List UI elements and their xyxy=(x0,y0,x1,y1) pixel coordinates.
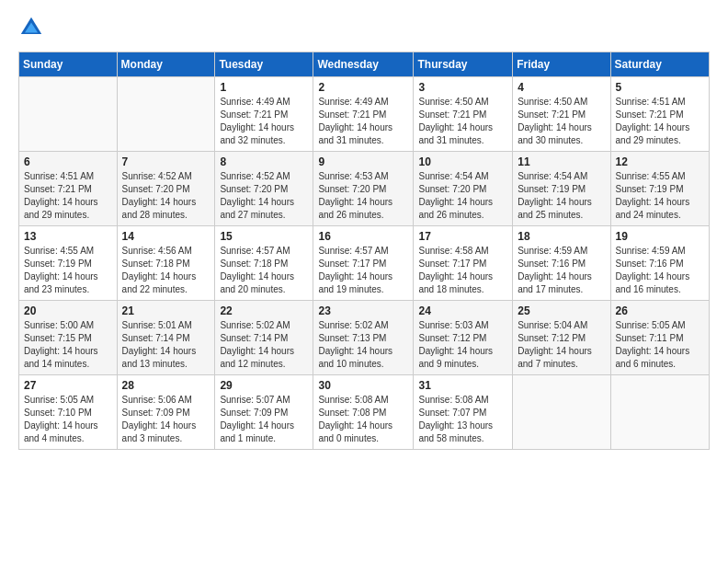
day-number: 11 xyxy=(518,155,605,168)
day-number: 17 xyxy=(418,230,507,243)
calendar-cell: 25Sunrise: 5:04 AM Sunset: 7:12 PM Dayli… xyxy=(513,301,610,375)
day-detail: Sunrise: 4:54 AM Sunset: 7:19 PM Dayligh… xyxy=(518,170,605,222)
calendar-cell: 21Sunrise: 5:01 AM Sunset: 7:14 PM Dayli… xyxy=(117,301,215,375)
calendar-cell xyxy=(19,77,118,152)
weekday-header: Saturday xyxy=(610,52,709,77)
day-number: 25 xyxy=(518,304,605,317)
calendar-week-row: 13Sunrise: 4:55 AM Sunset: 7:19 PM Dayli… xyxy=(19,226,710,301)
day-number: 3 xyxy=(418,81,507,94)
calendar-cell: 1Sunrise: 4:49 AM Sunset: 7:21 PM Daylig… xyxy=(215,77,313,152)
calendar-cell: 8Sunrise: 4:52 AM Sunset: 7:20 PM Daylig… xyxy=(215,152,313,226)
day-detail: Sunrise: 5:03 AM Sunset: 7:12 PM Dayligh… xyxy=(418,319,507,371)
calendar-cell xyxy=(117,77,215,152)
day-detail: Sunrise: 4:55 AM Sunset: 7:19 PM Dayligh… xyxy=(24,245,112,296)
calendar-table: SundayMondayTuesdayWednesdayThursdayFrid… xyxy=(18,52,710,450)
day-detail: Sunrise: 4:56 AM Sunset: 7:18 PM Dayligh… xyxy=(122,245,210,296)
calendar-cell: 11Sunrise: 4:54 AM Sunset: 7:19 PM Dayli… xyxy=(513,152,610,226)
day-number: 18 xyxy=(518,230,605,243)
calendar-week-row: 6Sunrise: 4:51 AM Sunset: 7:21 PM Daylig… xyxy=(19,152,710,226)
calendar-cell: 10Sunrise: 4:54 AM Sunset: 7:20 PM Dayli… xyxy=(414,152,513,226)
calendar-week-row: 20Sunrise: 5:00 AM Sunset: 7:15 PM Dayli… xyxy=(19,301,710,375)
logo-icon xyxy=(18,15,44,40)
day-number: 13 xyxy=(24,230,112,243)
calendar-cell: 19Sunrise: 4:59 AM Sunset: 7:16 PM Dayli… xyxy=(610,226,709,301)
day-number: 19 xyxy=(616,230,704,243)
day-detail: Sunrise: 5:05 AM Sunset: 7:11 PM Dayligh… xyxy=(616,319,704,371)
day-detail: Sunrise: 4:54 AM Sunset: 7:20 PM Dayligh… xyxy=(418,170,507,222)
day-detail: Sunrise: 4:50 AM Sunset: 7:21 PM Dayligh… xyxy=(518,96,605,147)
day-number: 21 xyxy=(122,304,210,317)
day-detail: Sunrise: 4:58 AM Sunset: 7:17 PM Dayligh… xyxy=(418,245,507,296)
day-number: 22 xyxy=(220,304,308,317)
day-number: 2 xyxy=(318,81,408,94)
calendar-cell: 15Sunrise: 4:57 AM Sunset: 7:18 PM Dayli… xyxy=(215,226,313,301)
day-number: 9 xyxy=(318,155,408,168)
calendar-cell: 6Sunrise: 4:51 AM Sunset: 7:21 PM Daylig… xyxy=(19,152,118,226)
calendar-cell: 18Sunrise: 4:59 AM Sunset: 7:16 PM Dayli… xyxy=(513,226,610,301)
day-number: 29 xyxy=(220,379,308,392)
weekday-header: Friday xyxy=(513,52,610,77)
day-detail: Sunrise: 5:00 AM Sunset: 7:15 PM Dayligh… xyxy=(24,319,112,371)
day-number: 1 xyxy=(220,81,308,94)
calendar-cell: 9Sunrise: 4:53 AM Sunset: 7:20 PM Daylig… xyxy=(313,152,414,226)
calendar-cell: 2Sunrise: 4:49 AM Sunset: 7:21 PM Daylig… xyxy=(313,77,414,152)
day-number: 12 xyxy=(616,155,704,168)
day-detail: Sunrise: 4:50 AM Sunset: 7:21 PM Dayligh… xyxy=(418,96,507,147)
calendar-cell: 29Sunrise: 5:07 AM Sunset: 7:09 PM Dayli… xyxy=(215,375,313,450)
weekday-header: Thursday xyxy=(414,52,513,77)
day-detail: Sunrise: 4:53 AM Sunset: 7:20 PM Dayligh… xyxy=(318,170,408,222)
calendar-week-row: 1Sunrise: 4:49 AM Sunset: 7:21 PM Daylig… xyxy=(19,77,710,152)
calendar-cell: 28Sunrise: 5:06 AM Sunset: 7:09 PM Dayli… xyxy=(117,375,215,450)
calendar-cell: 4Sunrise: 4:50 AM Sunset: 7:21 PM Daylig… xyxy=(513,77,610,152)
day-detail: Sunrise: 4:55 AM Sunset: 7:19 PM Dayligh… xyxy=(616,170,704,222)
day-number: 7 xyxy=(122,155,210,168)
day-detail: Sunrise: 4:51 AM Sunset: 7:21 PM Dayligh… xyxy=(24,170,112,222)
calendar-cell: 12Sunrise: 4:55 AM Sunset: 7:19 PM Dayli… xyxy=(610,152,709,226)
day-number: 14 xyxy=(122,230,210,243)
header xyxy=(18,15,710,40)
logo xyxy=(18,15,48,40)
day-detail: Sunrise: 4:49 AM Sunset: 7:21 PM Dayligh… xyxy=(220,96,308,147)
day-detail: Sunrise: 5:06 AM Sunset: 7:09 PM Dayligh… xyxy=(122,394,210,445)
calendar-cell: 30Sunrise: 5:08 AM Sunset: 7:08 PM Dayli… xyxy=(313,375,414,450)
calendar-cell xyxy=(513,375,610,450)
day-detail: Sunrise: 5:01 AM Sunset: 7:14 PM Dayligh… xyxy=(122,319,210,371)
weekday-header: Wednesday xyxy=(313,52,414,77)
day-detail: Sunrise: 4:59 AM Sunset: 7:16 PM Dayligh… xyxy=(518,245,605,296)
calendar-cell: 7Sunrise: 4:52 AM Sunset: 7:20 PM Daylig… xyxy=(117,152,215,226)
weekday-header: Monday xyxy=(117,52,215,77)
day-number: 30 xyxy=(318,379,408,392)
day-detail: Sunrise: 5:05 AM Sunset: 7:10 PM Dayligh… xyxy=(24,394,112,445)
calendar-cell: 14Sunrise: 4:56 AM Sunset: 7:18 PM Dayli… xyxy=(117,226,215,301)
day-detail: Sunrise: 5:02 AM Sunset: 7:14 PM Dayligh… xyxy=(220,319,308,371)
day-detail: Sunrise: 5:02 AM Sunset: 7:13 PM Dayligh… xyxy=(318,319,408,371)
day-number: 23 xyxy=(318,304,408,317)
calendar-cell: 16Sunrise: 4:57 AM Sunset: 7:17 PM Dayli… xyxy=(313,226,414,301)
weekday-header: Tuesday xyxy=(215,52,313,77)
day-number: 10 xyxy=(418,155,507,168)
day-detail: Sunrise: 4:51 AM Sunset: 7:21 PM Dayligh… xyxy=(616,96,704,147)
calendar-cell xyxy=(610,375,709,450)
day-number: 4 xyxy=(518,81,605,94)
day-detail: Sunrise: 5:04 AM Sunset: 7:12 PM Dayligh… xyxy=(518,319,605,371)
day-detail: Sunrise: 4:52 AM Sunset: 7:20 PM Dayligh… xyxy=(122,170,210,222)
day-number: 8 xyxy=(220,155,308,168)
day-number: 15 xyxy=(220,230,308,243)
day-number: 27 xyxy=(24,379,112,392)
day-detail: Sunrise: 5:08 AM Sunset: 7:08 PM Dayligh… xyxy=(318,394,408,445)
day-detail: Sunrise: 5:08 AM Sunset: 7:07 PM Dayligh… xyxy=(418,394,507,445)
day-number: 31 xyxy=(418,379,507,392)
calendar-cell: 20Sunrise: 5:00 AM Sunset: 7:15 PM Dayli… xyxy=(19,301,118,375)
day-detail: Sunrise: 4:57 AM Sunset: 7:17 PM Dayligh… xyxy=(318,245,408,296)
day-number: 5 xyxy=(616,81,704,94)
page: SundayMondayTuesdayWednesdayThursdayFrid… xyxy=(0,0,728,563)
day-detail: Sunrise: 5:07 AM Sunset: 7:09 PM Dayligh… xyxy=(220,394,308,445)
day-detail: Sunrise: 4:57 AM Sunset: 7:18 PM Dayligh… xyxy=(220,245,308,296)
calendar-cell: 31Sunrise: 5:08 AM Sunset: 7:07 PM Dayli… xyxy=(414,375,513,450)
calendar-cell: 23Sunrise: 5:02 AM Sunset: 7:13 PM Dayli… xyxy=(313,301,414,375)
calendar-cell: 3Sunrise: 4:50 AM Sunset: 7:21 PM Daylig… xyxy=(414,77,513,152)
day-detail: Sunrise: 4:49 AM Sunset: 7:21 PM Dayligh… xyxy=(318,96,408,147)
calendar-cell: 13Sunrise: 4:55 AM Sunset: 7:19 PM Dayli… xyxy=(19,226,118,301)
day-number: 24 xyxy=(418,304,507,317)
calendar-cell: 26Sunrise: 5:05 AM Sunset: 7:11 PM Dayli… xyxy=(610,301,709,375)
